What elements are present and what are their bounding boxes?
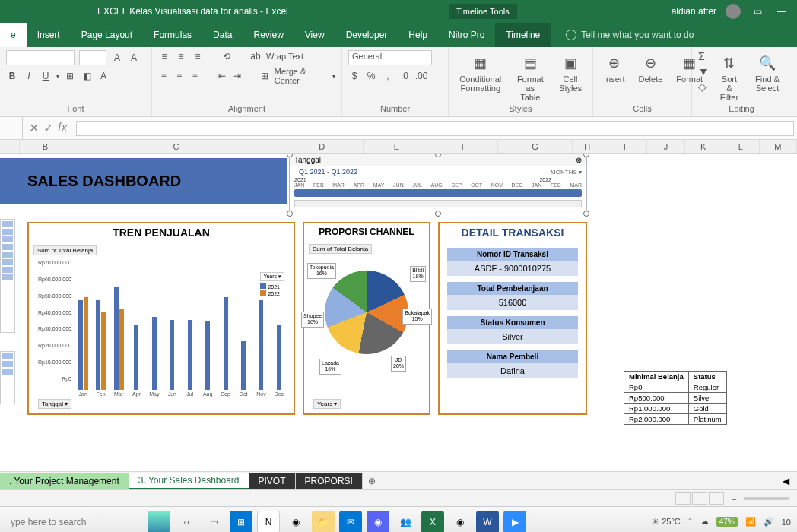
task-icon-mail[interactable]: ✉: [339, 511, 362, 533]
col-header[interactable]: K: [685, 140, 722, 153]
tab-formulas[interactable]: Formulas: [143, 23, 202, 47]
col-header[interactable]: H: [573, 140, 602, 153]
underline-icon[interactable]: U: [40, 70, 52, 82]
name-box[interactable]: [0, 117, 23, 139]
timeline-clear-icon[interactable]: ⊗: [576, 156, 582, 164]
pie-years-filter[interactable]: Years ▾: [313, 399, 341, 409]
insert-cells-button[interactable]: ⊕ Insert: [599, 50, 630, 87]
task-icon-word[interactable]: W: [476, 511, 499, 533]
font-color-icon[interactable]: A: [97, 70, 110, 82]
bar-chart-panel[interactable]: TREN PENJUALAN Sum of Total Belanja Rp70…: [27, 222, 295, 415]
col-header[interactable]: J: [647, 140, 684, 153]
tab-help[interactable]: Help: [398, 23, 438, 47]
tab-review[interactable]: Review: [243, 23, 294, 47]
tab-view[interactable]: View: [294, 23, 335, 47]
delete-cells-button[interactable]: ⊖ Delete: [634, 50, 668, 87]
tab-timeline[interactable]: Timeline: [495, 23, 551, 47]
number-format-select[interactable]: General: [348, 50, 432, 65]
formula-input[interactable]: [76, 121, 794, 136]
col-header[interactable]: M: [760, 140, 797, 153]
tray-wifi-icon[interactable]: 📶: [745, 517, 756, 527]
align-middle-icon[interactable]: ≡: [175, 50, 187, 62]
zoom-slider[interactable]: [744, 497, 789, 500]
selection-handle[interactable]: [287, 211, 293, 217]
minimize-icon[interactable]: —: [774, 4, 789, 19]
timeline-period-select[interactable]: MONTHS ▾: [551, 169, 582, 176]
tab-home[interactable]: e: [0, 23, 27, 47]
worksheet-area[interactable]: SALES DASHBOARD Tanggal ⊗ Q1 2021 - Q1 2…: [0, 154, 797, 471]
task-icon-explorer[interactable]: 📁: [312, 511, 335, 533]
task-icon-cortana[interactable]: ○: [175, 511, 198, 533]
align-center-icon[interactable]: ≡: [173, 70, 184, 82]
italic-icon[interactable]: I: [23, 70, 35, 82]
col-header[interactable]: G: [498, 140, 573, 153]
wrap-text-icon[interactable]: ab: [249, 50, 262, 62]
user-name[interactable]: aldian after: [672, 6, 716, 17]
slicer-panel-1[interactable]: [0, 219, 15, 333]
comma-icon[interactable]: ,: [382, 70, 394, 82]
underline-caret-icon[interactable]: ▾: [56, 73, 59, 80]
border-icon[interactable]: ⊞: [64, 70, 76, 82]
find-select-button[interactable]: 🔍 Find & Select: [750, 50, 785, 96]
new-sheet-button[interactable]: ⊕: [363, 476, 381, 486]
tray-chevron-icon[interactable]: ˄: [688, 517, 693, 527]
page-layout-view-icon[interactable]: [692, 492, 707, 505]
col-header[interactable]: B: [20, 140, 72, 153]
user-avatar[interactable]: [726, 4, 741, 19]
align-left-icon[interactable]: ≡: [158, 70, 169, 82]
select-all-corner[interactable]: [0, 140, 20, 153]
timeline-selection-bar[interactable]: [294, 189, 582, 197]
bold-icon[interactable]: B: [6, 70, 18, 82]
tray-cloud-icon[interactable]: ☁: [700, 517, 709, 527]
selection-handle[interactable]: [583, 211, 589, 217]
merge-center-label[interactable]: Merge & Center: [275, 67, 328, 85]
bar-tanggal-filter[interactable]: Tanggal ▾: [38, 399, 71, 409]
fx-icon[interactable]: fx: [58, 121, 67, 135]
tab-developer[interactable]: Developer: [335, 23, 398, 47]
font-family-select[interactable]: [6, 50, 75, 65]
currency-icon[interactable]: $: [348, 70, 360, 82]
task-icon-excel[interactable]: X: [421, 511, 444, 533]
sheet-tab-dashboard[interactable]: 3. Your Sales Dashboard: [129, 473, 249, 489]
merge-caret-icon[interactable]: ▾: [332, 73, 335, 80]
contextual-tab-label[interactable]: Timeline Tools: [449, 4, 517, 19]
increase-indent-icon[interactable]: ⇥: [232, 70, 243, 82]
align-right-icon[interactable]: ≡: [189, 70, 200, 82]
sheet-tab-project[interactable]: . Your Project Management: [0, 473, 129, 489]
fill-color-icon[interactable]: ◧: [81, 70, 93, 82]
task-icon-teams[interactable]: 👥: [394, 511, 417, 533]
task-icon-notion[interactable]: N: [257, 511, 280, 533]
col-header[interactable]: C: [71, 140, 281, 153]
autosum-icon[interactable]: Σ: [698, 50, 709, 62]
task-icon-chrome[interactable]: ◉: [284, 511, 307, 533]
tab-nitro[interactable]: Nitro Pro: [438, 23, 495, 47]
weather-temp[interactable]: ☀ 25°C: [652, 517, 681, 527]
col-header[interactable]: I: [602, 140, 647, 153]
page-break-view-icon[interactable]: [709, 492, 724, 505]
wrap-text-label[interactable]: Wrap Text: [266, 52, 303, 61]
col-header[interactable]: E: [364, 140, 430, 153]
align-top-icon[interactable]: ≡: [158, 50, 170, 62]
fill-icon[interactable]: ▼: [698, 65, 709, 78]
sort-filter-button[interactable]: ⇅ Sort & Filter: [713, 50, 745, 105]
tray-time[interactable]: 10: [782, 518, 791, 527]
selection-handle[interactable]: [583, 154, 589, 157]
increase-font-icon[interactable]: A: [111, 52, 123, 64]
font-size-select[interactable]: [79, 50, 106, 65]
timeline-scrollbar[interactable]: [294, 200, 582, 207]
sheet-tab-proporsi[interactable]: PROPORSI: [296, 473, 363, 489]
align-bottom-icon[interactable]: ≡: [192, 50, 204, 62]
tray-volume-icon[interactable]: 🔊: [764, 517, 774, 527]
clear-icon[interactable]: ◇: [698, 81, 709, 93]
zoom-out-icon[interactable]: –: [732, 494, 736, 503]
task-icon-weather[interactable]: [148, 511, 170, 533]
task-icon-store[interactable]: ⊞: [230, 511, 252, 533]
merge-icon[interactable]: ⊞: [259, 70, 269, 82]
sheet-tab-pivot[interactable]: PIVOT: [249, 473, 296, 489]
orientation-icon[interactable]: ⟲: [221, 50, 233, 62]
col-header[interactable]: L: [722, 140, 760, 153]
normal-view-icon[interactable]: [675, 492, 691, 505]
task-icon-zoom[interactable]: ▶: [503, 511, 526, 533]
format-as-table-button[interactable]: ▤ Format as Table: [511, 50, 550, 105]
task-icon-taskview[interactable]: ▭: [202, 511, 225, 533]
